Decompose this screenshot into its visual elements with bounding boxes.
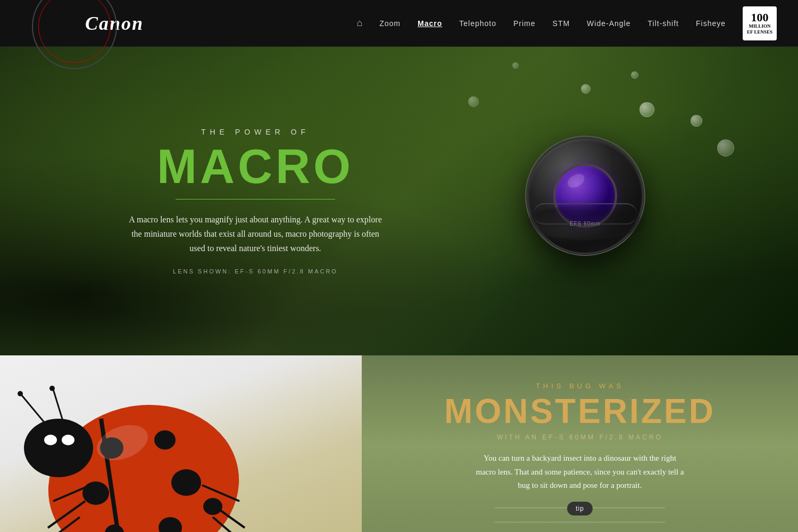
hero-subtitle: THE POWER OF [128, 128, 383, 136]
nav-item-prime[interactable]: Prime [513, 19, 536, 28]
hero-text-block: THE POWER OF MACRO A macro lens lets you… [128, 128, 383, 275]
tip-badge: tip [567, 502, 593, 516]
svg-point-3 [24, 419, 93, 477]
hero-lens-label: LENS SHOWN: EF-S 60MM F/2.8 MACRO [128, 268, 383, 275]
hero-divider [176, 199, 335, 200]
bug-content-area: THIS BUG WAS MONSTERIZED WITH AN EF-S 60… [362, 355, 798, 532]
ladybug-container [0, 355, 319, 532]
bug-subtitle: THIS BUG WAS [536, 382, 624, 390]
badge-ef-lenses: EF LENSES [747, 29, 772, 35]
nav-item-macro[interactable]: Macro [418, 19, 442, 28]
nav-item-wide-angle[interactable]: Wide-Angle [587, 19, 630, 28]
main-nav: ⌂ Zoom Macro Telephoto Prime STM Wide-An… [356, 18, 726, 29]
ladybug-svg [0, 355, 319, 532]
hero-section: THE POWER OF MACRO A macro lens lets you… [0, 47, 798, 355]
svg-point-12 [82, 481, 109, 505]
svg-point-15 [171, 469, 201, 496]
svg-line-6 [21, 395, 48, 427]
droplet-7 [468, 96, 479, 107]
nav-item-telephoto[interactable]: Telephoto [459, 19, 496, 28]
lens-reflection [527, 205, 644, 240]
droplet-3 [691, 115, 702, 127]
svg-point-17 [203, 498, 222, 515]
bug-lens-info: WITH AN EF-S 60MM F/2.8 MACRO [497, 434, 663, 441]
nav-home-icon[interactable]: ⌂ [356, 18, 362, 29]
svg-point-7 [18, 391, 23, 396]
hero-description: A macro lens lets you magnify just about… [128, 212, 383, 256]
hero-lens-image: EFS 60mm [521, 137, 649, 265]
100-million-badge: 100 MILLION EF LENSES [743, 6, 777, 40]
bug-title: MONSTERIZED [444, 394, 716, 428]
canon-logo[interactable]: Canon [85, 12, 144, 35]
lens-visual: EFS 60mm [521, 137, 649, 265]
nav-item-zoom[interactable]: Zoom [379, 19, 401, 28]
tip-divider-wrapper: tip [495, 508, 665, 522]
tip-line-bottom [495, 522, 665, 522]
svg-point-9 [49, 386, 55, 391]
bug-description: You can turn a backyard insect into a di… [473, 452, 686, 493]
svg-point-14 [154, 430, 176, 450]
hero-title: MACRO [128, 143, 383, 190]
nav-item-fisheye[interactable]: Fisheye [696, 19, 726, 28]
hero-background [0, 47, 798, 355]
droplet-6 [512, 62, 519, 69]
site-header: Canon ⌂ Zoom Macro Telephoto Prime STM W… [0, 0, 798, 47]
nav-item-tilt-shift[interactable]: Tilt-shift [647, 19, 678, 28]
droplet-5 [717, 139, 734, 156]
nav-item-stm[interactable]: STM [553, 19, 570, 28]
ladybug-image-area [0, 355, 362, 532]
svg-point-5 [62, 435, 74, 445]
svg-point-4 [44, 435, 57, 445]
bug-section: THIS BUG WAS MONSTERIZED WITH AN EF-S 60… [0, 355, 798, 532]
droplet-2 [581, 84, 591, 94]
badge-number: 100 [751, 12, 769, 23]
badge-million: MILLION [749, 23, 770, 29]
